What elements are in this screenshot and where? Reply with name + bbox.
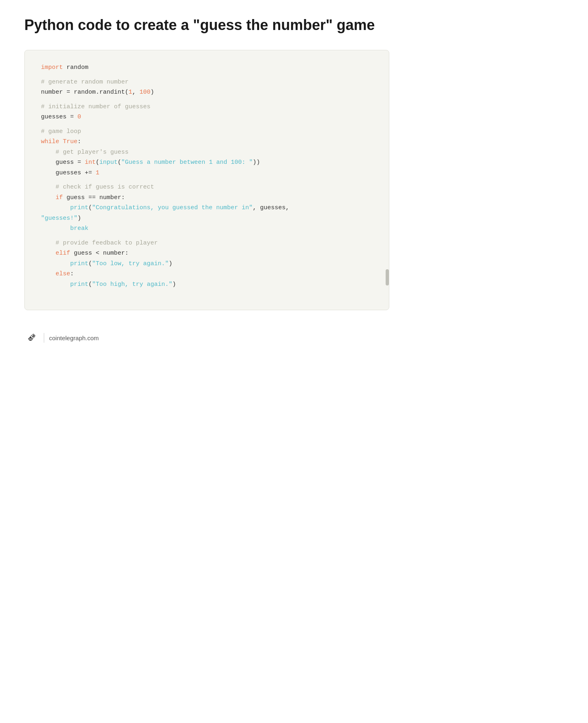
code-line-comment5: # check if guess is correct — [41, 182, 373, 193]
code-line-comment4: # get player's guess — [41, 147, 373, 158]
page-title: Python code to create a "guess the numbe… — [24, 16, 564, 34]
code-line-comment3: # game loop — [41, 127, 373, 137]
code-line-print-congrats: print("Congratulations, you guessed the … — [41, 203, 373, 213]
code-line-import: import random — [41, 62, 373, 73]
footer-divider — [44, 333, 44, 343]
footer: 🗞 cointelegraph.com — [24, 330, 564, 345]
code-line-print-high: print("Too high, try again.") — [41, 279, 373, 290]
code-line-number: number = random.randint(1, 100) — [41, 87, 373, 98]
code-line-elif: elif guess < number: — [41, 248, 373, 259]
code-line-comment6: # provide feedback to player — [41, 238, 373, 249]
code-line-guess-input: guess = int(input("Guess a number betwee… — [41, 157, 373, 168]
scrollbar[interactable] — [386, 269, 389, 285]
code-line-while: while True: — [41, 137, 373, 147]
code-line-else: else: — [41, 269, 373, 279]
code-line-guesses-plus: guesses += 1 — [41, 168, 373, 178]
code-line-print-low: print("Too low, try again.") — [41, 259, 373, 269]
code-container: import random # generate random number n… — [24, 50, 389, 310]
code-line-if: if guess == number: — [41, 193, 373, 203]
code-line-break: break — [41, 223, 373, 234]
code-block: import random # generate random number n… — [25, 50, 389, 310]
code-line-comment1: # generate random number — [41, 77, 373, 88]
code-line-comment2: # initialize number of guesses — [41, 102, 373, 112]
code-line-guesses: guesses = 0 — [41, 112, 373, 122]
site-logo: 🗞 — [24, 330, 39, 345]
code-line-guesses-end: "guesses!") — [41, 213, 373, 224]
footer-domain: cointelegraph.com — [49, 335, 99, 341]
